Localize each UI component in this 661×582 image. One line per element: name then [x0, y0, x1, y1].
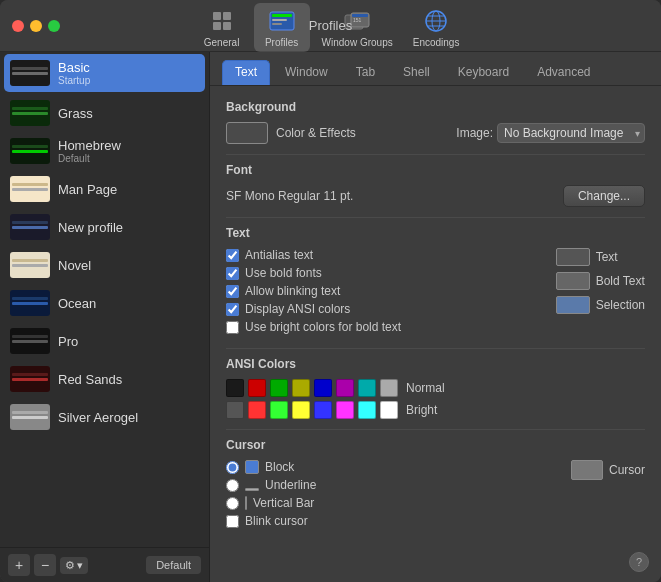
- ansi-section: ANSI Colors NormalBright: [226, 357, 645, 419]
- cursor-label-block: Block: [265, 460, 294, 474]
- tab-advanced[interactable]: Advanced: [524, 60, 603, 85]
- checkbox-row-antialias: Antialias text: [226, 248, 401, 262]
- checkbox-row-blinking: Allow blinking text: [226, 284, 401, 298]
- tab-shell[interactable]: Shell: [390, 60, 443, 85]
- sidebar-profile-silver-aerogel[interactable]: Silver Aerogel: [0, 398, 209, 436]
- add-profile-button[interactable]: +: [8, 554, 30, 576]
- titlebar: Profiles General: [0, 0, 661, 52]
- sidebar-profile-homebrew[interactable]: HomebrewDefault: [0, 132, 209, 170]
- cursor-radio-vertical-bar[interactable]: [226, 497, 239, 510]
- profile-name-novel: Novel: [58, 258, 91, 273]
- checkbox-bold[interactable]: [226, 267, 239, 280]
- gear-icon: ⚙: [65, 559, 75, 572]
- image-select-group: Image: No Background Image Background Im…: [456, 123, 645, 143]
- text-swatch[interactable]: [556, 248, 590, 266]
- ansi-color-normal-6[interactable]: [358, 379, 376, 397]
- tab-text[interactable]: Text: [222, 60, 270, 85]
- cursor-swatch-group: Cursor: [571, 460, 645, 480]
- text-section: Text Antialias textUse bold fontsAllow b…: [226, 226, 645, 338]
- ansi-color-bright-4[interactable]: [314, 401, 332, 419]
- blink-cursor-label: Blink cursor: [245, 514, 308, 528]
- checkbox-row-ansi: Display ANSI colors: [226, 302, 401, 316]
- swatch-label-text-swatch: Text: [596, 250, 618, 264]
- sidebar-profile-man-page[interactable]: Man Page: [0, 170, 209, 208]
- ansi-color-bright-3[interactable]: [292, 401, 310, 419]
- ansi-color-bright-7[interactable]: [380, 401, 398, 419]
- close-button[interactable]: [12, 20, 24, 32]
- checkbox-ansi[interactable]: [226, 303, 239, 316]
- blink-cursor-row: Blink cursor: [226, 514, 316, 528]
- cursor-radio-underline[interactable]: [226, 479, 239, 492]
- checkbox-label-bold: Use bold fonts: [245, 266, 322, 280]
- sidebar-profile-ocean[interactable]: Ocean: [0, 284, 209, 322]
- sidebar-profile-new-profile[interactable]: New profile: [0, 208, 209, 246]
- profile-thumb-novel: [10, 252, 50, 278]
- swatch-row-selection-swatch: Selection: [556, 296, 645, 314]
- svg-rect-3: [223, 22, 231, 30]
- divider-3: [226, 348, 645, 349]
- ansi-color-bright-6[interactable]: [358, 401, 376, 419]
- sidebar: BasicStartupGrassHomebrewDefaultMan Page…: [0, 52, 210, 582]
- traffic-lights: [12, 20, 60, 32]
- profile-name-new-profile: New profile: [58, 220, 123, 235]
- remove-profile-button[interactable]: −: [34, 554, 56, 576]
- selection-swatch[interactable]: [556, 296, 590, 314]
- profile-name-ocean: Ocean: [58, 296, 96, 311]
- font-row: SF Mono Regular 11 pt. Change...: [226, 185, 645, 207]
- change-font-button[interactable]: Change...: [563, 185, 645, 207]
- tab-keyboard[interactable]: Keyboard: [445, 60, 522, 85]
- help-button[interactable]: ?: [629, 552, 649, 572]
- checkbox-antialias[interactable]: [226, 249, 239, 262]
- profile-sub-homebrew: Default: [58, 153, 121, 164]
- ansi-color-normal-7[interactable]: [380, 379, 398, 397]
- cursor-swatch-label: Cursor: [609, 463, 645, 477]
- window-title: Profiles: [309, 18, 352, 33]
- ansi-color-normal-5[interactable]: [336, 379, 354, 397]
- toolbar-item-profiles[interactable]: Profiles: [254, 3, 310, 52]
- cursor-content: BlockUnderlineVertical BarBlink cursor C…: [226, 460, 645, 532]
- toolbar-item-general[interactable]: General: [194, 3, 250, 52]
- toolbar-item-encodings[interactable]: Encodings: [405, 3, 468, 52]
- cursor-title: Cursor: [226, 438, 645, 452]
- ansi-color-bright-1[interactable]: [248, 401, 266, 419]
- sidebar-bottom: + − ⚙ ▾ Default: [0, 547, 209, 582]
- minimize-button[interactable]: [30, 20, 42, 32]
- text-swatches-col: TextBold TextSelection: [556, 248, 645, 314]
- checkbox-bright-bold[interactable]: [226, 321, 239, 334]
- profile-thumb-red-sands: [10, 366, 50, 392]
- sidebar-profile-novel[interactable]: Novel: [0, 246, 209, 284]
- ansi-row-normal: Normal: [226, 379, 645, 397]
- checkbox-blinking[interactable]: [226, 285, 239, 298]
- ansi-color-bright-5[interactable]: [336, 401, 354, 419]
- blink-cursor-checkbox[interactable]: [226, 515, 239, 528]
- maximize-button[interactable]: [48, 20, 60, 32]
- profile-name-homebrew: Homebrew: [58, 138, 121, 153]
- svg-rect-2: [213, 22, 221, 30]
- bold-swatch[interactable]: [556, 272, 590, 290]
- tab-tab[interactable]: Tab: [343, 60, 388, 85]
- cursor-option-row-block: Block: [226, 460, 316, 474]
- ansi-color-bright-2[interactable]: [270, 401, 288, 419]
- default-button[interactable]: Default: [146, 556, 201, 574]
- profile-thumb-man-page: [10, 176, 50, 202]
- sidebar-profile-basic[interactable]: BasicStartup: [4, 54, 205, 92]
- cursor-color-swatch[interactable]: [571, 460, 603, 480]
- color-effects-swatch[interactable]: [226, 122, 268, 144]
- ansi-color-normal-2[interactable]: [270, 379, 288, 397]
- sidebar-profile-grass[interactable]: Grass: [0, 94, 209, 132]
- gear-button[interactable]: ⚙ ▾: [60, 557, 88, 574]
- ansi-color-normal-4[interactable]: [314, 379, 332, 397]
- sidebar-profile-red-sands[interactable]: Red Sands: [0, 360, 209, 398]
- ansi-color-normal-3[interactable]: [292, 379, 310, 397]
- sidebar-profile-pro[interactable]: Pro: [0, 322, 209, 360]
- divider-1: [226, 154, 645, 155]
- tab-window[interactable]: Window: [272, 60, 341, 85]
- svg-rect-7: [272, 23, 282, 25]
- tab-bar: TextWindowTabShellKeyboardAdvanced: [210, 52, 661, 86]
- ansi-title: ANSI Colors: [226, 357, 645, 371]
- cursor-radio-block[interactable]: [226, 461, 239, 474]
- image-dropdown[interactable]: No Background Image Background Image: [497, 123, 645, 143]
- ansi-color-normal-1[interactable]: [248, 379, 266, 397]
- ansi-color-normal-0[interactable]: [226, 379, 244, 397]
- ansi-color-bright-0[interactable]: [226, 401, 244, 419]
